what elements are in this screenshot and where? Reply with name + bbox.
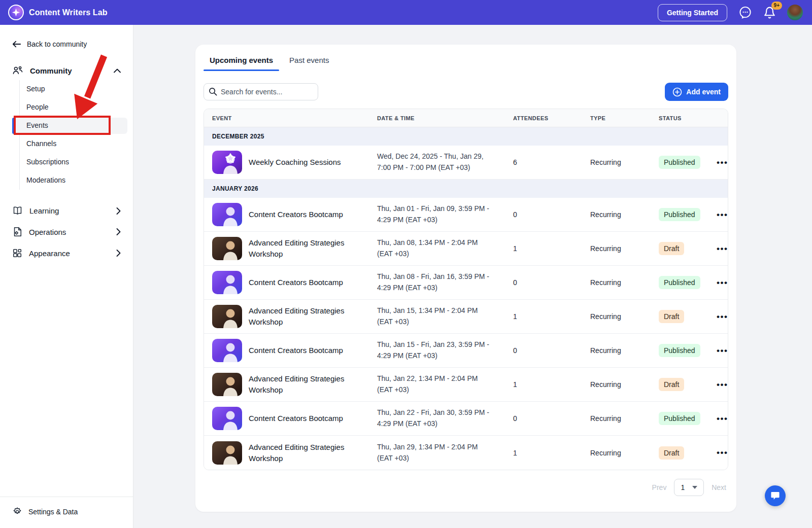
back-to-community-link[interactable]: Back to community bbox=[12, 40, 121, 48]
sidebar-item-events[interactable]: Events bbox=[20, 117, 121, 135]
table-row[interactable]: Advanced Editing Strategies Workshop Thu… bbox=[204, 436, 728, 470]
table-row[interactable]: Weekly Coaching Sessions Wed, Dec 24, 20… bbox=[204, 146, 728, 180]
event-datetime: Thu, Jan 01 - Fri, Jan 09, 3:59 PM - 4:2… bbox=[369, 203, 505, 225]
sidebar-item-label: Events bbox=[26, 121, 48, 129]
sidebar-item-label: People bbox=[26, 103, 49, 111]
getting-started-button[interactable]: Getting Started bbox=[658, 4, 727, 21]
event-type: Recurring bbox=[582, 312, 651, 321]
row-actions-button[interactable]: ••• bbox=[713, 344, 728, 357]
event-thumbnail bbox=[212, 441, 242, 465]
table-header-row: EVENT DATE & TIME ATTENDEES TYPE STATUS bbox=[204, 109, 728, 127]
event-thumbnail bbox=[212, 271, 242, 294]
gear-icon bbox=[12, 507, 22, 517]
table-row[interactable]: Advanced Editing Strategies Workshop Thu… bbox=[204, 300, 728, 334]
sidebar-item-settings-data[interactable]: Settings & Data bbox=[12, 507, 121, 517]
sidebar-item-subscriptions[interactable]: Subscriptions bbox=[20, 153, 121, 171]
column-header-type: TYPE bbox=[582, 109, 651, 127]
next-page-button[interactable]: Next bbox=[712, 483, 726, 491]
chevron-right-icon bbox=[116, 207, 121, 215]
user-avatar[interactable] bbox=[787, 5, 803, 20]
settings-label: Settings & Data bbox=[28, 508, 78, 516]
active-indicator-bar bbox=[12, 118, 15, 134]
status-badge: Published bbox=[659, 412, 700, 425]
table-row[interactable]: Advanced Editing Strategies Workshop Thu… bbox=[204, 368, 728, 402]
events-tabs: Upcoming events Past events bbox=[204, 45, 728, 71]
row-actions-button[interactable]: ••• bbox=[713, 412, 728, 425]
table-row[interactable]: Content Creators Bootcamp Thu, Jan 15 - … bbox=[204, 334, 728, 368]
table-row[interactable]: Content Creators Bootcamp Thu, Jan 08 - … bbox=[204, 266, 728, 300]
event-type: Recurring bbox=[582, 380, 651, 389]
appearance-label: Appearance bbox=[29, 249, 70, 258]
table-row[interactable]: Content Creators Bootcamp Thu, Jan 01 - … bbox=[204, 198, 728, 232]
help-chat-icon[interactable] bbox=[738, 6, 752, 19]
current-page-number: 1 bbox=[681, 483, 685, 491]
caret-down-icon bbox=[692, 486, 697, 489]
event-title: Advanced Editing Strategies Workshop bbox=[249, 373, 369, 396]
event-thumbnail bbox=[212, 305, 242, 328]
row-actions-button[interactable]: ••• bbox=[713, 242, 728, 255]
event-title: Content Creators Bootcamp bbox=[249, 209, 346, 220]
community-people-icon bbox=[12, 65, 23, 76]
column-header-attendees: ATTENDEES bbox=[505, 109, 582, 127]
event-type: Recurring bbox=[582, 210, 651, 219]
row-actions-button[interactable]: ••• bbox=[713, 156, 728, 169]
column-header-date-time: DATE & TIME bbox=[369, 109, 505, 127]
month-group-row: JANUARY 2026 bbox=[204, 180, 728, 198]
add-event-button[interactable]: Add event bbox=[665, 83, 728, 101]
chevron-right-icon bbox=[116, 250, 121, 257]
table-row[interactable]: Content Creators Bootcamp Thu, Jan 22 - … bbox=[204, 402, 728, 436]
prev-page-button[interactable]: Prev bbox=[652, 483, 667, 491]
row-actions-button[interactable]: ••• bbox=[713, 310, 728, 323]
sidebar-item-moderations[interactable]: Moderations bbox=[20, 171, 121, 190]
sidebar-item-setup[interactable]: Setup bbox=[20, 80, 121, 98]
main-content: Upcoming events Past events Add event bbox=[133, 25, 812, 528]
status-badge: Draft bbox=[659, 310, 684, 323]
table-row[interactable]: Advanced Editing Strategies Workshop Thu… bbox=[204, 232, 728, 266]
month-group-row: DECEMBER 2025 bbox=[204, 127, 728, 146]
event-attendees: 0 bbox=[505, 210, 582, 219]
tab-upcoming-events[interactable]: Upcoming events bbox=[204, 56, 279, 71]
events-table: EVENT DATE & TIME ATTENDEES TYPE STATUS … bbox=[204, 109, 728, 470]
status-badge: Draft bbox=[659, 446, 684, 460]
event-datetime: Thu, Jan 22, 1:34 PM - 2:04 PM (EAT +03) bbox=[369, 373, 505, 395]
sidebar-item-people[interactable]: People bbox=[20, 98, 121, 117]
search-icon bbox=[209, 87, 217, 98]
event-title: Advanced Editing Strategies Workshop bbox=[249, 305, 369, 328]
community-sub-list: Setup People Events Channels Subscriptio… bbox=[19, 80, 121, 190]
search-input[interactable] bbox=[204, 83, 318, 100]
sidebar-section-community[interactable]: Community bbox=[12, 65, 121, 76]
event-thumbnail bbox=[212, 237, 242, 260]
event-thumbnail bbox=[212, 339, 242, 362]
events-card: Upcoming events Past events Add event bbox=[195, 45, 736, 512]
event-thumbnail bbox=[212, 151, 242, 174]
event-attendees: 6 bbox=[505, 158, 582, 166]
sidebar-item-learning[interactable]: Learning bbox=[12, 200, 121, 221]
status-badge: Published bbox=[659, 208, 700, 221]
event-type: Recurring bbox=[582, 244, 651, 253]
event-title: Content Creators Bootcamp bbox=[249, 345, 346, 356]
event-type: Recurring bbox=[582, 278, 651, 287]
chevron-right-icon bbox=[116, 228, 121, 235]
learning-label: Learning bbox=[29, 206, 59, 215]
row-actions-button[interactable]: ••• bbox=[713, 446, 728, 459]
row-actions-button[interactable]: ••• bbox=[713, 208, 728, 221]
sidebar-item-label: Setup bbox=[26, 85, 45, 93]
sidebar-item-operations[interactable]: Operations bbox=[12, 221, 121, 242]
sidebar-item-channels[interactable]: Channels bbox=[20, 135, 121, 153]
sidebar-item-appearance[interactable]: Appearance bbox=[12, 242, 121, 264]
event-title: Weekly Coaching Sessions bbox=[249, 157, 344, 168]
back-label: Back to community bbox=[27, 40, 87, 48]
chat-widget-button[interactable] bbox=[765, 485, 786, 506]
event-attendees: 0 bbox=[505, 346, 582, 355]
column-header-status: STATUS bbox=[651, 109, 706, 127]
status-badge: Published bbox=[659, 276, 700, 289]
chevron-up-icon bbox=[114, 68, 121, 73]
brand: Content Writers Lab bbox=[8, 5, 108, 20]
notifications-bell-icon[interactable]: 9+ bbox=[763, 6, 776, 19]
community-label: Community bbox=[30, 66, 72, 75]
page-number-select[interactable]: 1 bbox=[674, 479, 704, 496]
row-actions-button[interactable]: ••• bbox=[713, 378, 728, 391]
tab-past-events[interactable]: Past events bbox=[283, 56, 335, 71]
row-actions-button[interactable]: ••• bbox=[713, 276, 728, 289]
status-badge: Published bbox=[659, 344, 700, 357]
